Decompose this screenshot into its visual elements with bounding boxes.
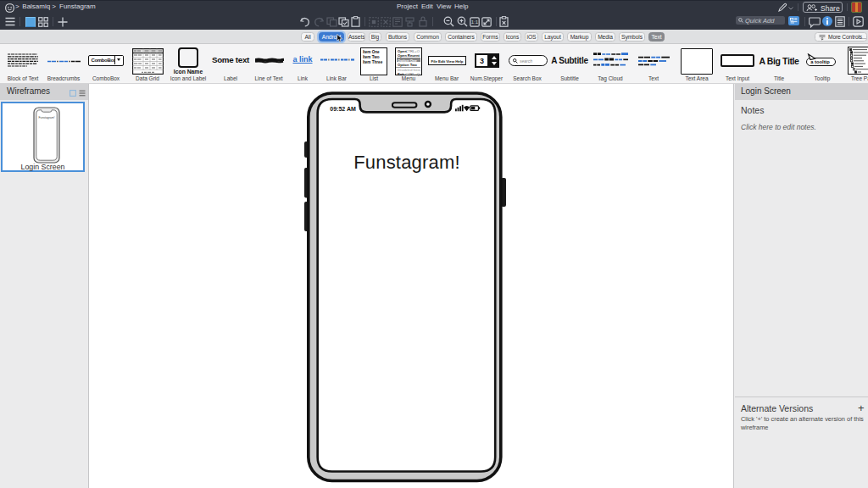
svg-text:09:52 AM: 09:52 AM: [330, 106, 356, 112]
svg-text:1:1: 1:1: [471, 19, 479, 25]
svg-text:Funstagram!: Funstagram!: [38, 116, 54, 119]
